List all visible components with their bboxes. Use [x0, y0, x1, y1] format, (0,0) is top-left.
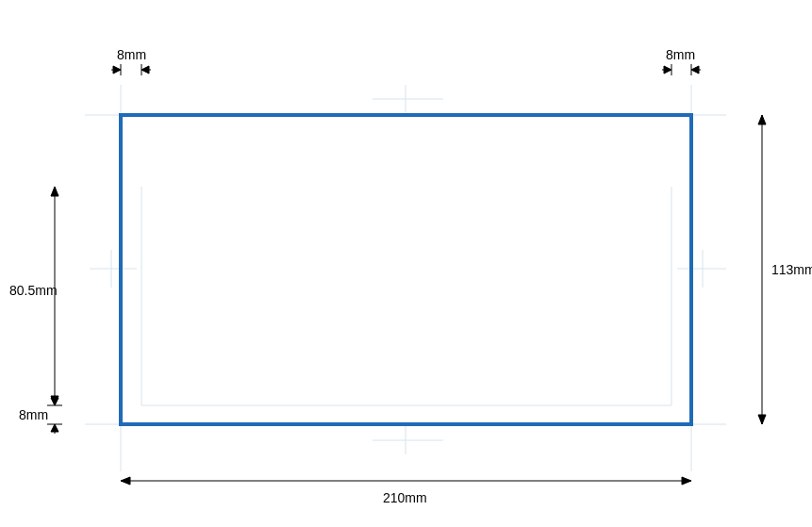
svg-marker-40 [691, 66, 699, 74]
svg-marker-17 [121, 477, 130, 485]
drawing-svg [0, 0, 812, 527]
svg-marker-21 [758, 415, 766, 424]
label-height: 113mm [771, 262, 812, 277]
svg-marker-38 [664, 66, 671, 74]
outer-box [121, 115, 691, 424]
svg-marker-28 [51, 424, 58, 432]
guide-lines [85, 85, 726, 471]
label-width: 210mm [383, 490, 427, 505]
svg-marker-26 [51, 398, 58, 405]
technical-drawing: { "dims": { "width": "210mm", "height": … [0, 0, 812, 527]
label-inner-height: 80.5mm [9, 283, 58, 298]
svg-marker-23 [51, 187, 58, 196]
label-margin-top-left: 8mm [117, 47, 146, 62]
dimension-arrows [47, 64, 766, 485]
svg-marker-32 [113, 66, 121, 74]
svg-marker-34 [141, 66, 149, 74]
svg-marker-18 [682, 477, 691, 485]
label-margin-top-right: 8mm [666, 47, 695, 62]
svg-marker-20 [758, 115, 766, 124]
label-margin-bottom-left: 8mm [19, 407, 48, 422]
